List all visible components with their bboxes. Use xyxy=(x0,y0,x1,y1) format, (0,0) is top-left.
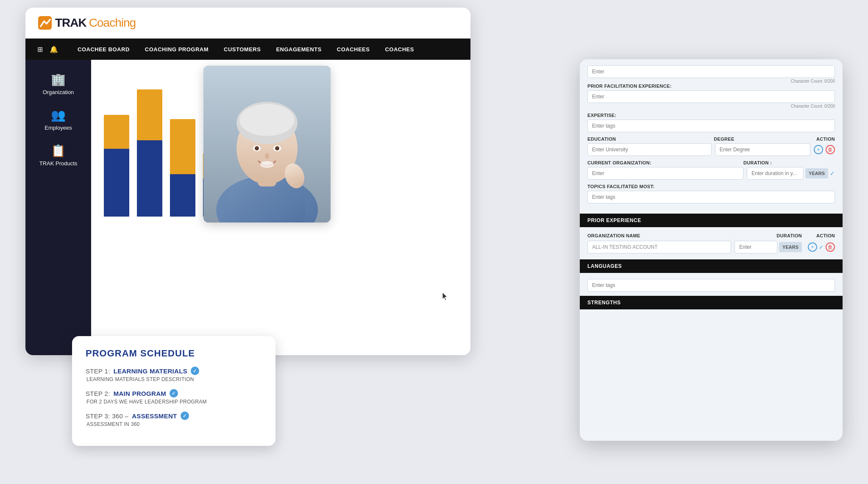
expertise-label: EXPERTISE: xyxy=(587,113,835,118)
languages-input[interactable] xyxy=(587,279,835,292)
bar-bottom-segment xyxy=(137,140,162,217)
top-input[interactable] xyxy=(587,65,835,78)
sidebar-item-trak-products[interactable]: 📋 TRAK Products xyxy=(39,144,78,167)
bar-bottom-segment xyxy=(170,174,195,217)
form-panel: Character Count: 0/200 PRIOR FACILITATIO… xyxy=(580,59,843,441)
degree-input[interactable] xyxy=(715,143,810,156)
prior-facilitation-label: PRIOR FACILITATION EXPERIENCE: xyxy=(587,83,835,89)
prior-duration-group: YEARS xyxy=(734,241,802,253)
program-schedule-card: PROGRAM SCHEDULE STEP 1: LEARNING MATERI… xyxy=(72,336,275,446)
svg-point-13 xyxy=(265,153,269,159)
add-prior-exp-button[interactable]: + xyxy=(808,242,817,252)
bar-bottom-segment xyxy=(104,149,129,217)
education-col-header: EDUCATION xyxy=(587,136,710,142)
nav-item-coachee-board[interactable]: COACHEE BOARD xyxy=(70,39,137,60)
duration-label: DURATION : xyxy=(743,160,835,165)
org-name-col-header: ORGANIZATION NAME xyxy=(587,233,728,238)
step-3-check-icon: ✓ xyxy=(181,412,189,420)
step-1-name: LEARNING MATERIALS xyxy=(114,367,187,375)
employees-icon: 👥 xyxy=(51,108,66,122)
svg-point-11 xyxy=(275,146,279,150)
topics-label: TOPICS FACILITATED MOST: xyxy=(587,184,835,189)
nav-items: COACHEE BOARD COACHING PROGRAM CUSTOMERS… xyxy=(70,39,422,60)
bar xyxy=(104,115,129,217)
confirm-duration-button[interactable]: ✓ xyxy=(830,170,835,177)
expertise-group: EXPERTISE: xyxy=(587,113,835,132)
university-input[interactable] xyxy=(587,143,712,156)
step-3-number: STEP 3: 360 – xyxy=(86,412,128,420)
duration-input[interactable] xyxy=(747,167,804,180)
program-step-1: STEP 1: LEARNING MATERIALS ✓ LEARNING MA… xyxy=(86,367,262,382)
step-1-number: STEP 1: xyxy=(86,367,110,375)
delete-education-button[interactable]: 🗑 xyxy=(826,145,835,154)
prior-duration-input[interactable] xyxy=(734,241,777,253)
bar xyxy=(170,119,195,217)
expertise-input[interactable] xyxy=(587,120,835,132)
nav-item-customers[interactable]: CUSTOMERS xyxy=(216,39,268,60)
step-2-title: STEP 2: MAIN PROGRAM ✓ xyxy=(86,389,262,398)
prior-facilitation-group: PRIOR FACILITATION EXPERIENCE: Character… xyxy=(587,83,835,108)
bar-top-segment xyxy=(104,115,129,149)
nav-icon-group: ⊞ 🔔 xyxy=(37,45,58,53)
education-actions: + 🗑 xyxy=(814,145,835,154)
current-org-input[interactable] xyxy=(587,167,743,180)
prior-exp-table-header: ORGANIZATION NAME DURATION ACTION xyxy=(587,233,835,238)
step-1-title: STEP 1: LEARNING MATERIALS ✓ xyxy=(86,367,262,375)
step-1-check-icon: ✓ xyxy=(191,367,199,375)
bar-group xyxy=(170,119,195,217)
grid-icon[interactable]: ⊞ xyxy=(37,45,43,53)
prior-facilitation-input[interactable] xyxy=(587,90,835,103)
building-icon: 🏢 xyxy=(51,72,66,86)
org-name-input[interactable] xyxy=(587,241,731,253)
svg-point-9 xyxy=(255,146,259,150)
step-2-check-icon: ✓ xyxy=(170,389,178,398)
current-org-row: YEARS ✓ xyxy=(587,167,835,180)
languages-section xyxy=(580,273,843,296)
years-badge: YEARS xyxy=(805,168,828,178)
trak-logo-icon xyxy=(37,15,53,31)
degree-col-header: DEGREE xyxy=(714,136,806,142)
languages-header: LANGUAGES xyxy=(580,259,843,273)
education-group: EDUCATION DEGREE ACTION + 🗑 xyxy=(587,136,835,156)
nav-item-engagements[interactable]: ENGAGEMENTS xyxy=(268,39,329,60)
prior-years-badge: YEARS xyxy=(779,242,802,252)
step-3-description: ASSESSMENT IN 360 xyxy=(86,421,262,427)
current-org-group: CURRENT ORGANIZATION: DURATION : YEARS ✓ xyxy=(587,160,835,180)
program-title: PROGRAM SCHEDULE xyxy=(86,348,262,359)
person-photo xyxy=(203,66,331,223)
top-input-section: Character Count: 0/200 PRIOR FACILITATIO… xyxy=(580,59,843,214)
bell-icon[interactable]: 🔔 xyxy=(50,45,58,53)
confirm-prior-exp-button[interactable]: ✓ xyxy=(819,244,824,250)
logo-bar: TRAKCoaching xyxy=(25,8,470,39)
sidebar: 🏢 Organization 👥 Employees 📋 TRAK Produc… xyxy=(25,60,91,355)
duration-col-header: DURATION xyxy=(732,233,802,238)
step-2-description: FOR 2 DAYS WE HAVE LEADERSHIP PROGRAM xyxy=(86,399,262,405)
prior-exp-actions: + ✓ 🗑 xyxy=(805,242,835,252)
add-education-button[interactable]: + xyxy=(814,145,823,154)
bar-group xyxy=(137,89,162,217)
nav-item-coaching-program[interactable]: COACHING PROGRAM xyxy=(137,39,216,60)
action-col-header-2: ACTION xyxy=(805,233,835,238)
sidebar-item-employees[interactable]: 👥 Employees xyxy=(45,108,72,131)
bar-top-segment xyxy=(170,119,195,174)
bar xyxy=(137,89,162,217)
step-2-number: STEP 2: xyxy=(86,390,110,397)
bar-top-segment xyxy=(137,89,162,140)
step-3-title: STEP 3: 360 – ASSESSMENT ✓ xyxy=(86,412,262,420)
sidebar-label-employees: Employees xyxy=(45,125,72,131)
topics-input[interactable] xyxy=(587,191,835,203)
program-step-2: STEP 2: MAIN PROGRAM ✓ FOR 2 DAYS WE HAV… xyxy=(86,389,262,405)
step-1-description: LEARNING MATERIALS STEP DESCRITION xyxy=(86,376,262,382)
program-step-3: STEP 3: 360 – ASSESSMENT ✓ ASSESSMENT IN… xyxy=(86,412,262,427)
person-silhouette xyxy=(203,66,331,223)
strengths-header: STRENGTHS xyxy=(580,296,843,309)
education-row: + 🗑 xyxy=(587,143,835,156)
nav-item-coaches[interactable]: COACHES xyxy=(377,39,422,60)
topics-group: TOPICS FACILITATED MOST: xyxy=(587,184,835,203)
sidebar-item-organization[interactable]: 🏢 Organization xyxy=(43,72,74,95)
nav-item-coachees[interactable]: COACHEES xyxy=(329,39,378,60)
step-2-name: MAIN PROGRAM xyxy=(114,390,166,397)
svg-point-12 xyxy=(260,161,274,168)
person-photo-inner xyxy=(203,66,331,223)
delete-prior-exp-button[interactable]: 🗑 xyxy=(826,242,835,252)
